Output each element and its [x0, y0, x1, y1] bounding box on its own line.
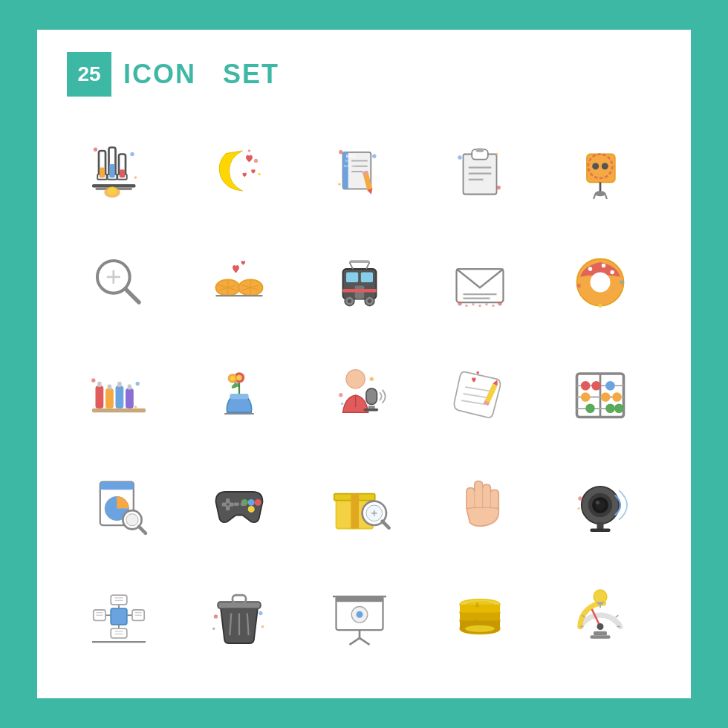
- svg-rect-97: [97, 382, 101, 387]
- svg-text:BACK: BACK: [346, 155, 357, 158]
- svg-point-141: [585, 404, 595, 414]
- icon-chemistry-lab: [67, 119, 171, 223]
- svg-rect-191: [111, 595, 127, 605]
- icon-power-plug: [548, 119, 652, 223]
- icon-lightbulb-gauge: [548, 565, 652, 669]
- svg-point-41: [495, 153, 498, 156]
- svg-text:$: $: [476, 602, 479, 608]
- icon-security-camera: [548, 453, 652, 557]
- title-part1: ICON: [123, 59, 196, 89]
- icon-back-to-school: BACK TO SCHOOL: [308, 119, 412, 223]
- svg-point-32: [338, 183, 341, 186]
- svg-rect-161: [351, 494, 359, 529]
- svg-rect-100: [116, 386, 124, 409]
- svg-point-116: [346, 370, 365, 389]
- svg-rect-99: [108, 384, 111, 389]
- svg-point-137: [605, 381, 615, 391]
- svg-point-74: [368, 299, 371, 303]
- svg-point-138: [581, 392, 591, 402]
- icon-donut: [548, 230, 652, 334]
- svg-rect-177: [591, 529, 611, 533]
- svg-point-14: [130, 152, 134, 156]
- svg-point-30: [339, 150, 342, 154]
- svg-rect-7: [109, 164, 114, 178]
- svg-rect-107: [230, 394, 248, 399]
- svg-point-232: [594, 590, 607, 603]
- icon-writing-love: [428, 342, 532, 446]
- icon-abacus: [548, 342, 652, 446]
- svg-rect-66: [361, 273, 373, 283]
- svg-rect-145: [100, 482, 134, 490]
- svg-point-89: [588, 267, 592, 270]
- svg-line-67: [350, 262, 354, 269]
- svg-point-86: [498, 302, 501, 305]
- svg-rect-95: [92, 409, 146, 412]
- svg-text:$: $: [476, 618, 479, 625]
- svg-rect-231: [591, 635, 611, 639]
- icon-coins-stack: $ $: [428, 565, 532, 669]
- svg-rect-103: [128, 384, 131, 389]
- svg-point-16: [254, 159, 258, 163]
- svg-point-122: [341, 403, 344, 406]
- svg-line-228: [616, 615, 619, 617]
- svg-point-203: [214, 614, 218, 618]
- svg-line-48: [594, 194, 596, 199]
- svg-point-179: [577, 507, 580, 510]
- svg-point-175: [596, 501, 599, 504]
- svg-point-113: [230, 376, 235, 380]
- svg-rect-157: [241, 502, 246, 506]
- svg-rect-180: [111, 608, 127, 625]
- svg-point-85: [492, 305, 495, 308]
- svg-point-94: [598, 304, 602, 308]
- svg-point-84: [485, 303, 488, 306]
- svg-point-104: [91, 378, 95, 382]
- icon-podcaster: [308, 342, 412, 446]
- svg-rect-76: [343, 289, 377, 293]
- icon-network-docs: [67, 565, 171, 669]
- svg-rect-8: [120, 169, 125, 178]
- icon-presentation: [308, 565, 412, 669]
- svg-point-220: [465, 625, 495, 632]
- page-title: ICON SET: [123, 59, 279, 90]
- svg-point-142: [605, 404, 615, 414]
- svg-point-40: [497, 186, 501, 189]
- svg-point-91: [611, 270, 614, 274]
- svg-rect-230: [594, 631, 607, 635]
- svg-line-49: [605, 194, 607, 199]
- svg-point-18: [248, 149, 251, 152]
- svg-line-164: [383, 521, 389, 528]
- icon-train: [308, 230, 412, 334]
- icon-box-search: [308, 453, 412, 557]
- icon-data-report: [67, 453, 171, 557]
- svg-rect-194: [111, 628, 127, 638]
- badge-number: 25: [67, 52, 111, 97]
- svg-point-43: [592, 163, 599, 169]
- icon-magnifier: [67, 230, 171, 334]
- svg-point-88: [591, 273, 611, 293]
- svg-point-39: [458, 155, 461, 159]
- svg-point-81: [465, 305, 468, 308]
- svg-point-13: [94, 148, 97, 152]
- svg-point-154: [248, 506, 255, 513]
- svg-line-212: [350, 638, 360, 645]
- svg-rect-65: [346, 273, 358, 283]
- svg-point-136: [591, 381, 601, 391]
- svg-point-106: [134, 406, 137, 409]
- svg-point-121: [339, 393, 342, 397]
- svg-rect-156: [234, 502, 239, 506]
- svg-point-17: [258, 173, 261, 176]
- svg-rect-98: [105, 389, 114, 409]
- icon-moon-love: [187, 119, 291, 223]
- svg-point-153: [255, 499, 261, 506]
- svg-point-83: [478, 305, 481, 308]
- svg-point-139: [601, 392, 611, 402]
- svg-rect-118: [366, 389, 377, 405]
- svg-point-44: [602, 163, 608, 169]
- svg-point-31: [372, 155, 376, 158]
- svg-rect-102: [126, 389, 134, 409]
- svg-rect-101: [117, 382, 121, 387]
- svg-point-204: [259, 611, 262, 615]
- svg-point-123: [370, 377, 374, 381]
- svg-point-82: [472, 303, 475, 306]
- svg-point-111: [236, 375, 241, 380]
